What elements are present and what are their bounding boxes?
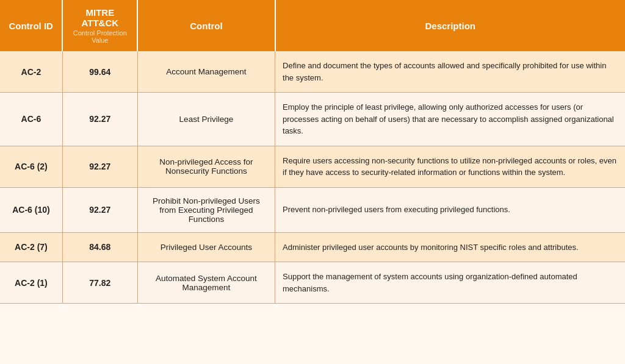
cell-description: Prevent non-privileged users from execut…: [275, 187, 625, 232]
table-header: Control ID MITRE ATT&CK Control Protecti…: [0, 0, 625, 51]
table-row: AC-692.27Least PrivilegeEmploy the princ…: [0, 93, 625, 146]
cell-control-id: AC-6 (2): [0, 146, 62, 187]
cell-control-name: Prohibit Non-privileged Users from Execu…: [137, 187, 275, 232]
header-desc: Description: [275, 0, 625, 51]
cell-control-id: AC-6: [0, 93, 62, 146]
cell-mitre-value: 77.82: [62, 262, 137, 304]
cell-control-name: Non-privileged Access for Nonsecurity Fu…: [137, 146, 275, 187]
header-mitre: MITRE ATT&CK Control Protection Value: [62, 0, 137, 51]
table-row: AC-6 (2)92.27Non-privileged Access for N…: [0, 146, 625, 187]
cell-description: Employ the principle of least privilege,…: [275, 93, 625, 146]
cell-control-name: Least Privilege: [137, 93, 275, 146]
cell-control-id: AC-2: [0, 51, 62, 93]
cell-control-id: AC-2 (7): [0, 232, 62, 262]
header-id: Control ID: [0, 0, 62, 51]
cell-description: Support the management of system account…: [275, 262, 625, 304]
cell-control-name: Account Management: [137, 51, 275, 93]
cell-control-id: AC-2 (1): [0, 262, 62, 304]
cell-description: Define and document the types of account…: [275, 51, 625, 93]
header-control: Control: [137, 0, 275, 51]
cell-control-name: Automated System Account Management: [137, 262, 275, 304]
table-row: AC-6 (10)92.27Prohibit Non-privileged Us…: [0, 187, 625, 232]
cell-control-name: Privileged User Accounts: [137, 232, 275, 262]
table-row: AC-2 (1)77.82Automated System Account Ma…: [0, 262, 625, 304]
cell-mitre-value: 92.27: [62, 93, 137, 146]
cell-description: Administer privileged user accounts by m…: [275, 232, 625, 262]
table-row: AC-299.64Account ManagementDefine and do…: [0, 51, 625, 93]
cell-description: Require users accessing non-security fun…: [275, 146, 625, 187]
cell-mitre-value: 92.27: [62, 187, 137, 232]
cell-mitre-value: 84.68: [62, 232, 137, 262]
cell-mitre-value: 92.27: [62, 146, 137, 187]
cell-control-id: AC-6 (10): [0, 187, 62, 232]
cell-mitre-value: 99.64: [62, 51, 137, 93]
table-row: AC-2 (7)84.68Privileged User AccountsAdm…: [0, 232, 625, 262]
